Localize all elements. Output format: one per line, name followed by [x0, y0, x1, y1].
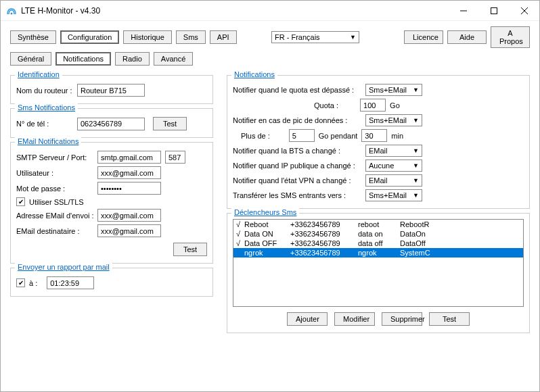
email-test-button[interactable]: Test	[173, 243, 207, 256]
ip-select[interactable]: Aucune▼	[365, 160, 422, 172]
trigger-name: Data ON	[244, 230, 290, 238]
duration-unit: min	[391, 132, 403, 140]
email-notif-fieldset: EMail Notifications SMTP Serveur / Port:…	[10, 142, 213, 264]
app-icon	[6, 5, 17, 16]
subtab-radio[interactable]: Radio	[115, 52, 150, 66]
notifications-legend: Notifications	[231, 70, 277, 78]
minimize-button[interactable]	[448, 1, 478, 20]
trigger-row[interactable]: √Reboot+33623456789rebootRebootR	[233, 220, 523, 229]
sms-notif-fieldset: Sms Notifications N° de tél : Test	[10, 108, 213, 138]
chevron-down-icon: ▼	[413, 162, 419, 169]
quota-exceeded-select[interactable]: Sms+EMail▼	[365, 84, 422, 96]
window-title: LTE H-Monitor - v4.30	[21, 6, 448, 16]
aide-button[interactable]: Aide	[447, 30, 487, 44]
subtab-notifications[interactable]: Notifications	[55, 52, 111, 66]
quota-label: Quota :	[314, 101, 338, 109]
trigger-check: √	[236, 220, 244, 228]
triggers-legend: Déclencheurs Sms	[231, 208, 299, 216]
trigger-check	[236, 249, 244, 257]
from-input[interactable]	[97, 209, 161, 222]
edit-button[interactable]: Modifier	[334, 312, 375, 326]
vpn-label: Notifier quand l'état VPN a changé :	[233, 176, 361, 185]
tab-synthese[interactable]: Synthèse	[10, 30, 56, 44]
trigger-name: ngrok	[244, 249, 290, 257]
maximize-button[interactable]	[478, 1, 509, 20]
vpn-select[interactable]: EMail▼	[365, 174, 422, 187]
app-window: LTE H-Monitor - v4.30 Synthèse Configura…	[0, 0, 540, 392]
report-checkbox[interactable]: ✔	[16, 278, 25, 287]
window-controls	[448, 1, 539, 20]
tab-historique[interactable]: Historique	[123, 30, 172, 44]
user-label: Utilisateur :	[16, 169, 93, 177]
triggers-test-button[interactable]: Test	[429, 312, 470, 326]
licence-button[interactable]: Licence	[404, 30, 443, 44]
tel-label: N° de tél :	[16, 120, 73, 128]
add-button[interactable]: Ajouter	[287, 312, 328, 326]
close-button[interactable]	[509, 1, 539, 20]
email-notif-legend: EMail Notifications	[15, 137, 81, 145]
content-area: Synthèse Configuration Historique Sms AP…	[1, 21, 539, 391]
smtp-port-input[interactable]	[165, 151, 185, 164]
chevron-down-icon: ▼	[413, 177, 419, 184]
trigger-name: Data OFF	[244, 239, 290, 247]
to-label: EMail destinataire :	[16, 227, 93, 235]
ip-label: Notifier quand IP publique a changé :	[233, 162, 361, 170]
tab-api[interactable]: API	[210, 30, 237, 44]
pass-input[interactable]	[97, 182, 161, 195]
from-label: Adresse EMail d'envoi :	[16, 212, 93, 220]
sub-tabs: Général Notifications Radio Avancé	[10, 52, 530, 66]
more-than-input[interactable]	[289, 129, 315, 142]
smtp-label: SMTP Serveur / Port:	[16, 153, 93, 162]
identification-legend: Identification	[15, 70, 62, 78]
apropos-button[interactable]: A Propos	[491, 26, 530, 48]
svg-rect-2	[491, 7, 497, 14]
trigger-action: SystemC	[400, 249, 520, 257]
report-legend: Envoyer un rapport par mail	[15, 263, 112, 271]
subtab-general[interactable]: Général	[10, 52, 51, 66]
ssl-checkbox[interactable]: ✔	[16, 197, 25, 206]
quota-input[interactable]	[360, 99, 386, 112]
trigger-action: RebootR	[400, 220, 520, 228]
triggers-list[interactable]: √Reboot+33623456789rebootRebootR√Data ON…	[233, 219, 524, 307]
to-input[interactable]	[97, 224, 161, 237]
trigger-check: √	[236, 230, 244, 238]
top-row: Synthèse Configuration Historique Sms AP…	[10, 26, 530, 48]
trigger-row[interactable]: √Data ON+33623456789data onDataOn	[233, 229, 523, 239]
tel-input[interactable]	[77, 118, 145, 130]
pass-label: Mot de passe :	[16, 185, 93, 193]
trigger-row[interactable]: √Data OFF+33623456789data offDataOff	[233, 239, 523, 248]
trigger-keyword: data off	[358, 239, 400, 247]
report-fieldset: Envoyer un rapport par mail ✔ à :	[10, 268, 213, 297]
data-peak-select[interactable]: Sms+EMail▼	[365, 114, 422, 126]
tab-configuration[interactable]: Configuration	[60, 30, 119, 44]
columns: Identification Nom du routeur : Sms Noti…	[10, 75, 530, 333]
trigger-row[interactable]: ngrok+33623456789ngrokSystemC	[233, 248, 523, 258]
more-than-unit: Go pendant	[319, 132, 358, 140]
delete-button[interactable]: Supprimer	[382, 312, 422, 326]
duration-input[interactable]	[361, 129, 387, 142]
quota-unit: Go	[390, 101, 400, 109]
sms-test-button[interactable]: Test	[153, 117, 187, 130]
forward-select[interactable]: Sms+EMail▼	[365, 189, 422, 201]
chevron-down-icon: ▼	[413, 87, 419, 93]
notifications-fieldset: Notifications Notifier quand le quota es…	[227, 75, 530, 209]
language-select[interactable]: FR - Français ▼	[271, 31, 359, 43]
tab-sms[interactable]: Sms	[176, 30, 206, 44]
trigger-action: DataOff	[400, 239, 520, 247]
chevron-down-icon: ▼	[413, 192, 419, 199]
trigger-action: DataOn	[400, 230, 520, 238]
report-time-input[interactable]	[47, 276, 94, 289]
user-input[interactable]	[97, 166, 161, 179]
router-label: Nom du routeur :	[16, 87, 73, 95]
trigger-keyword: data on	[358, 230, 400, 238]
sms-notif-legend: Sms Notifications	[15, 103, 78, 112]
forward-label: Transférer les SMS entrants vers :	[233, 191, 361, 199]
subtab-avance[interactable]: Avancé	[154, 52, 194, 66]
bts-select[interactable]: EMail▼	[365, 145, 422, 157]
triggers-fieldset: Déclencheurs Sms √Reboot+33623456789rebo…	[227, 213, 530, 333]
left-column: Identification Nom du routeur : Sms Noti…	[10, 75, 213, 333]
trigger-check: √	[236, 239, 244, 247]
router-input[interactable]	[77, 84, 145, 97]
smtp-server-input[interactable]	[97, 151, 161, 164]
triggers-buttons: Ajouter Modifier Supprimer Test	[233, 312, 524, 326]
